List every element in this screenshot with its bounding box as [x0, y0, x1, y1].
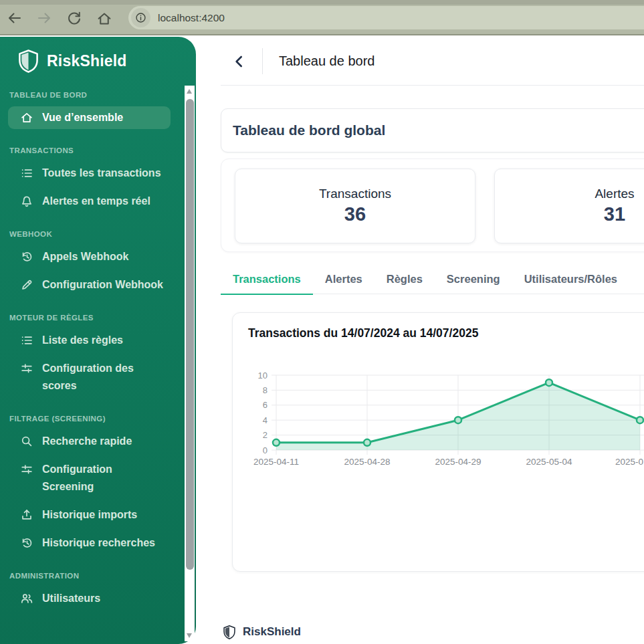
tab-regles[interactable]: Règles [374, 264, 435, 294]
browser-back-button[interactable] [7, 10, 23, 26]
svg-text:10: 10 [258, 370, 267, 381]
scrollbar-thumb[interactable] [186, 99, 194, 570]
page-title: Tableau de bord [279, 37, 374, 86]
sidebar-item-liste-des-regles[interactable]: Liste des règles [8, 329, 171, 352]
header-bottom-border [221, 85, 644, 86]
stat-card-transactions: Transactions 36 [235, 169, 475, 243]
sliders-icon [20, 463, 33, 476]
arrow-right-icon [36, 10, 52, 26]
nav-section-label: TABLEAU DE BORD [9, 91, 179, 100]
svg-text:0: 0 [263, 445, 267, 455]
browser-forward-button[interactable] [36, 10, 52, 26]
svg-text:6: 6 [263, 400, 267, 410]
history-icon [20, 536, 33, 550]
sidebar-item-label: Vue d’ensemble [42, 109, 123, 126]
svg-text:2025-05-04: 2025-05-04 [526, 457, 572, 467]
users-icon [20, 592, 33, 605]
browser-reload-button[interactable] [66, 10, 82, 26]
sidebar-item-utilisateurs[interactable]: Utilisateurs [8, 587, 171, 610]
nav-section-label: ADMINISTRATION [9, 572, 179, 580]
sidebar-item-configuration-webhook[interactable]: Configuration Webhook [8, 274, 171, 296]
brand-name: RiskShield [47, 52, 127, 70]
tab-transactions[interactable]: Transactions [221, 264, 313, 294]
sidebar-scrollbar[interactable] [185, 86, 195, 641]
svg-text:8: 8 [263, 385, 267, 395]
chevron-left-icon [231, 53, 248, 70]
sidebar-item-historique-recherches[interactable]: Historique recherches [8, 532, 171, 554]
stat-value: 31 [604, 203, 625, 225]
sidebar-item-label: Historique imports [42, 506, 137, 524]
nav-section-label: WEBHOOK [9, 230, 179, 239]
history-icon [20, 250, 33, 263]
bell-icon [20, 195, 33, 208]
sidebar-item-label: Alertes en temps réel [42, 193, 150, 210]
sidebar-item-label: Appels Webhook [42, 248, 129, 265]
sliders-icon [20, 362, 33, 375]
dashboard-title-card: Tableau de bord global [221, 108, 644, 152]
stats-panel: Transactions 36 Alertes 31 [221, 158, 644, 252]
tab-utilisateurs-roles[interactable]: Utilisateurs/Rôles [512, 264, 629, 294]
nav-section-label: TRANSACTIONS [9, 146, 179, 155]
home-icon [96, 11, 112, 27]
sidebar-item-label: Configuration Screening [42, 461, 112, 496]
list-icon [20, 167, 33, 180]
brand: RiskShield [0, 37, 196, 74]
address-bar[interactable]: localhost:4200 [128, 6, 644, 29]
scrollbar-up-arrow-icon[interactable] [187, 89, 192, 94]
browser-home-button[interactable] [96, 11, 112, 27]
home-icon [20, 111, 33, 124]
sidebar-item-alertes-temps-reel[interactable]: Alertes en temps réel [8, 190, 171, 213]
sidebar-item-recherche-rapide[interactable]: Recherche rapide [8, 430, 171, 453]
svg-text:2025-04-28: 2025-04-28 [344, 457, 390, 467]
dashboard-title: Tableau de bord global [233, 122, 385, 138]
svg-text:2: 2 [263, 430, 267, 440]
sidebar-item-vue-densemble[interactable]: Vue d’ensemble [8, 106, 171, 129]
dashboard-tabs: Transactions Alertes Règles Screening Ut… [221, 264, 644, 294]
stat-label: Alertes [595, 187, 634, 201]
pencil-icon [20, 278, 33, 292]
sidebar-item-historique-imports[interactable]: Historique imports [8, 504, 171, 526]
list-icon [20, 334, 33, 347]
page-header: Tableau de bord [197, 37, 644, 86]
svg-text:4: 4 [263, 415, 267, 425]
transactions-area-chart: 02468102025-04-112025-04-282025-04-29202… [233, 363, 644, 504]
back-button[interactable] [231, 53, 248, 70]
sidebar-item-label: Utilisateurs [42, 590, 100, 607]
svg-text:2025-0: 2025-0 [615, 457, 643, 467]
sidebar-item-label: Configuration Webhook [42, 276, 163, 294]
footer-brand-name: RiskShield [243, 625, 301, 639]
main-content: Tableau de bord Tableau de bord global T… [197, 37, 644, 644]
site-info-icon[interactable] [135, 12, 146, 23]
tab-alertes[interactable]: Alertes [313, 264, 374, 294]
svg-text:2025-04-29: 2025-04-29 [435, 457, 481, 467]
sidebar-item-configuration-screening[interactable]: Configuration Screening [8, 458, 171, 498]
search-icon [20, 435, 33, 448]
footer-brand: RiskShield [223, 622, 301, 642]
svg-text:2025-04-11: 2025-04-11 [253, 457, 299, 467]
sidebar-item-configuration-des-scores[interactable]: Configuration des scores [8, 357, 171, 397]
browser-toolbar: localhost:4200 [0, 0, 644, 35]
sidebar: RiskShield TABLEAU DE BORD Vue d’ensembl… [0, 37, 196, 644]
sidebar-item-appels-webhook[interactable]: Appels Webhook [8, 245, 171, 268]
tab-screening[interactable]: Screening [435, 264, 512, 294]
sidebar-nav: TABLEAU DE BORD Vue d’ensemble TRANSACTI… [0, 91, 196, 610]
nav-section-label: FILTRAGE (SCREENING) [9, 415, 179, 423]
shield-logo-icon [17, 49, 39, 74]
scrollbar-down-arrow-icon[interactable] [187, 633, 192, 638]
stat-label: Transactions [319, 187, 391, 201]
url-text: localhost:4200 [158, 12, 225, 24]
sidebar-item-label: Toutes les transactions [42, 165, 161, 182]
transactions-chart-card: Transactions du 14/07/2024 au 14/07/2025… [232, 312, 644, 572]
header-divider [262, 48, 263, 74]
nav-section-label: MOTEUR DE RÈGLES [9, 314, 179, 322]
sidebar-item-label: Recherche rapide [42, 433, 132, 450]
stat-value: 36 [344, 203, 366, 225]
chart-title: Transactions du 14/07/2024 au 14/07/2025 [248, 326, 478, 340]
reload-icon [66, 10, 82, 26]
sidebar-item-label: Configuration des scores [42, 360, 134, 395]
stat-card-alertes: Alertes 31 [494, 169, 644, 243]
sidebar-item-label: Historique recherches [42, 534, 155, 552]
upload-icon [20, 508, 33, 522]
shield-logo-icon [223, 625, 236, 640]
sidebar-item-toutes-les-transactions[interactable]: Toutes les transactions [8, 162, 171, 185]
